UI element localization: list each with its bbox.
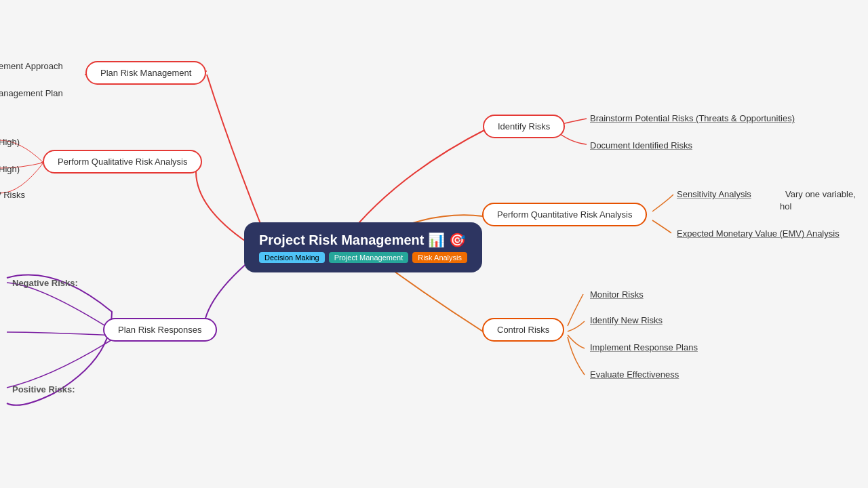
- mgmt-approach-text: ement Approach: [0, 60, 68, 72]
- plan-risk-responses-node[interactable]: Plan Risk Responses: [103, 318, 217, 342]
- risks-left-text: / Risks: [0, 188, 31, 201]
- perform-qualitative-box[interactable]: Perform Qualitative Risk Analysis: [43, 150, 202, 174]
- identify-risks-box[interactable]: Identify Risks: [483, 115, 565, 138]
- plan-risk-mgmt-box[interactable]: Plan Risk Management: [85, 61, 206, 85]
- plan-risk-responses-box[interactable]: Plan Risk Responses: [103, 318, 217, 342]
- evaluate-effectiveness-text: Evaluate Effectiveness: [585, 368, 684, 380]
- vary-variable-text: Vary one variable, hol: [780, 188, 868, 212]
- tag-decision-making: Decision Making: [259, 252, 325, 263]
- brainstorm-text: Brainstorm Potential Risks (Threats & Op…: [585, 112, 800, 124]
- perform-quantitative-node[interactable]: Perform Quantitative Risk Analysis: [482, 203, 647, 226]
- mgmt-plan-text: anagement Plan: [0, 87, 68, 99]
- control-risks-box[interactable]: Control Risks: [482, 318, 564, 342]
- identify-risks-node[interactable]: Identify Risks: [483, 115, 565, 138]
- positive-risks-text: Positive Risks:: [7, 383, 81, 395]
- tag-project-mgmt: Project Management: [329, 252, 409, 263]
- tag-risk-analysis: Risk Analysis: [412, 252, 467, 263]
- identify-new-risks-text: Identify New Risks: [585, 314, 668, 326]
- center-tags: Decision Making Project Management Risk …: [259, 252, 467, 263]
- high-left-1-text: High): [0, 136, 25, 148]
- monitor-risks-text: Monitor Risks: [585, 288, 649, 300]
- center-box[interactable]: Project Risk Management 📊 🎯 Decision Mak…: [244, 222, 482, 272]
- perform-quantitative-box[interactable]: Perform Quantitative Risk Analysis: [482, 203, 647, 226]
- document-risks-text: Document Identified Risks: [585, 139, 698, 151]
- control-risks-node[interactable]: Control Risks: [482, 318, 564, 342]
- center-title: Project Risk Management 📊 🎯: [259, 232, 467, 248]
- perform-qualitative-node[interactable]: Perform Qualitative Risk Analysis: [43, 150, 202, 174]
- plan-risk-mgmt-node[interactable]: Plan Risk Management: [85, 61, 206, 85]
- implement-response-text: Implement Response Plans: [585, 341, 703, 353]
- negative-risks-text: Negative Risks:: [7, 277, 83, 289]
- sensitivity-analysis-text: Sensitivity Analysis: [671, 188, 757, 200]
- emv-analysis-text: Expected Monetary Value (EMV) Analysis: [671, 227, 845, 239]
- center-node[interactable]: Project Risk Management 📊 🎯 Decision Mak…: [244, 222, 482, 272]
- high-left-2-text: High): [0, 163, 25, 175]
